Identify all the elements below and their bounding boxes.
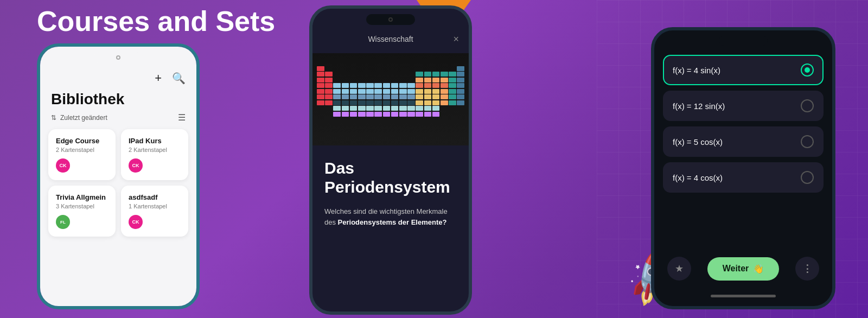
quiz-option-3[interactable]: f(x) = 4 cos(x) (663, 162, 824, 193)
lib-card-0[interactable]: Edge Course 2 Kartenstapel CK (48, 129, 116, 180)
sort-label[interactable]: ⇅ Zuletzt geändert (51, 114, 107, 122)
card-0-subtitle: 2 Kartenstapel (56, 147, 108, 153)
radio-1 (801, 99, 814, 112)
card-1-title: IPad Kurs (129, 137, 181, 145)
phone-frame-right: f(x) = 4 sin(x) f(x) = 12 sin(x) f(x) = … (651, 27, 835, 309)
card-0-title: Edge Course (56, 137, 108, 145)
camera-center (388, 17, 393, 22)
option-1-text: f(x) = 12 sin(x) (673, 101, 725, 111)
card-2-subtitle: 3 Kartenstapel (56, 203, 108, 209)
quiz-option-1[interactable]: f(x) = 12 sin(x) (663, 91, 824, 121)
card-3-title: asdfsadf (129, 193, 181, 201)
radio-3 (801, 171, 814, 184)
quiz-option-0[interactable]: f(x) = 4 sin(x) (663, 55, 824, 85)
wiss-close-icon[interactable]: × (453, 34, 459, 45)
wiss-header: Wissenschaft × (312, 25, 469, 53)
sort-bar: ⇅ Zuletzt geändert ☰ (40, 112, 196, 129)
more-icon: ⋮ (802, 263, 812, 275)
wiss-content: Das Periodensystem Welches sind die wich… (312, 145, 469, 238)
option-3-text: f(x) = 4 cos(x) (673, 173, 723, 182)
library-title: Bibliothek (40, 91, 196, 112)
notch-right (719, 36, 768, 46)
weiter-button[interactable]: Weiter 👋 (707, 257, 780, 281)
quiz-footer: ★ Weiter 👋 ⋮ (663, 251, 824, 286)
camera-left (116, 55, 120, 60)
periodic-table (312, 37, 469, 145)
star-icon: ★ (675, 263, 684, 275)
star-button[interactable]: ★ (667, 257, 691, 281)
menu-icon[interactable]: ☰ (178, 112, 186, 123)
notch-center (366, 14, 415, 25)
phone-right: f(x) = 4 sin(x) f(x) = 12 sin(x) f(x) = … (651, 27, 835, 309)
quiz-option-2[interactable]: f(x) = 5 cos(x) (663, 126, 824, 157)
phone-frame-center: Wissenschaft × (309, 5, 472, 315)
search-icon-left[interactable]: 🔍 (172, 72, 186, 85)
lib-card-2[interactable]: Trivia Allgmein 3 Kartenstapel FL (48, 186, 116, 237)
quiz-screen: f(x) = 4 sin(x) f(x) = 12 sin(x) f(x) = … (654, 30, 832, 306)
card-1-avatar: CK (129, 158, 143, 173)
notch-left (94, 52, 143, 63)
wiss-question: Welches sind die wichtigsten Merkmale de… (324, 206, 457, 227)
home-indicator (711, 295, 776, 297)
phone-frame-left: + 🔍 Bibliothek ⇅ Zuletzt geändert ☰ Edge… (37, 43, 200, 309)
card-0-avatar: CK (56, 158, 70, 173)
more-button[interactable]: ⋮ (795, 257, 819, 281)
option-0-text: f(x) = 4 sin(x) (673, 66, 720, 75)
card-2-avatar-1: FL (56, 215, 70, 229)
lib-card-3[interactable]: asdfsadf 1 Kartenstapel CK (121, 186, 188, 237)
radio-0 (801, 63, 814, 77)
phone-center: Wissenschaft × (309, 5, 472, 315)
radio-2 (801, 135, 814, 148)
lib-cards-grid: Edge Course 2 Kartenstapel CK IPad Kurs … (40, 129, 196, 237)
card-1-subtitle: 2 Kartenstapel (129, 147, 181, 153)
option-2-text: f(x) = 5 cos(x) (673, 137, 723, 147)
phone-left: + 🔍 Bibliothek ⇅ Zuletzt geändert ☰ Edge… (37, 43, 200, 309)
lib-card-1[interactable]: IPad Kurs 2 Kartenstapel CK (121, 129, 188, 180)
add-icon[interactable]: + (155, 71, 162, 85)
card-3-subtitle: 1 Kartenstapel (129, 203, 181, 209)
wiss-content-title: Das Periodensystem (324, 159, 457, 196)
card-3-avatar: CK (129, 215, 143, 229)
card-2-title: Trivia Allgmein (56, 193, 108, 201)
wiss-title: Wissenschaft (368, 35, 413, 43)
page-title: Courses and Sets (37, 4, 275, 38)
library-screen: + 🔍 Bibliothek ⇅ Zuletzt geändert ☰ Edge… (40, 47, 196, 306)
